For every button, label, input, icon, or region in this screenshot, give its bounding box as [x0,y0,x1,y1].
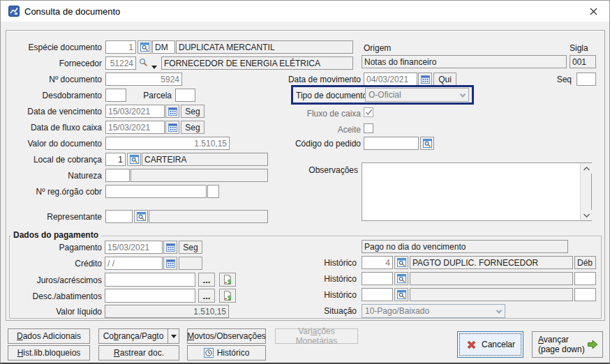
valor-documento-input[interactable]: 1.510,15 [105,137,230,150]
historico1-code-input[interactable]: 4 [362,256,393,269]
data-fluxo-calendar-button[interactable] [165,121,179,134]
data-fluxo-label: Data de fluxo caixa [6,123,102,132]
desdobramento-label: Desdobramento [6,91,102,100]
valor-liquido-field: 1.510,15 [105,305,229,318]
codigo-pedido-lookup-button[interactable] [420,137,434,150]
fornecedor-label: Fornecedor [6,59,102,68]
natureza-code-input[interactable] [105,169,130,182]
aceite-label: Aceite [276,125,361,135]
historico1-lookup-button[interactable] [394,256,408,269]
fornecedor-dropdown-icon[interactable] [151,66,157,69]
parcela-input[interactable] [175,89,195,102]
close-button[interactable] [577,1,609,22]
calendar-icon [168,107,177,116]
advance-arrow-icon [587,340,598,349]
representante-code-input[interactable] [105,210,133,223]
reg-orgao-input[interactable] [105,185,207,198]
fluxo-caixa-checkbox [364,107,373,117]
descontos-input[interactable] [105,289,195,303]
fornecedor-code-input[interactable]: 51224 [105,56,136,70]
tipo-documento-select[interactable]: O-Oficial [365,88,469,102]
especie-label: Espécie documento [6,43,102,52]
calendar-icon [168,123,177,132]
titlebar: Consulta de documento [1,1,609,22]
search-icon [130,155,139,164]
historico-button[interactable]: Histórico [187,345,266,361]
descontos-ellipsis-button[interactable]: ... [198,289,215,303]
search-icon [423,139,432,148]
historico2-lookup-button[interactable] [394,272,408,285]
scroll-up-icon[interactable] [581,163,592,174]
historico3-code-input[interactable] [362,288,393,301]
credito-input[interactable]: / / [105,257,163,270]
data-fluxo-input[interactable]: 15/03/2021 [105,121,165,134]
data-vencimento-calendar-button[interactable] [165,105,179,118]
origem-field: Notas do financeiro [362,55,567,68]
juros-ellipsis-button[interactable]: ... [198,273,215,287]
local-cobranca-desc-field: CARTEIRA [142,153,268,166]
especie-lookup-button[interactable] [137,40,151,54]
situacao-select[interactable]: 10-Pago/Baixado [362,304,505,318]
data-movimento-calendar-button[interactable] [418,73,432,86]
pagamento-calendar-button[interactable] [163,241,177,254]
credito-weekday [179,257,202,270]
cancelar-button[interactable]: Cancelar [457,331,523,358]
desdobramento-input[interactable] [105,89,126,102]
avancar-button[interactable]: Avançar (page down) [532,331,603,358]
money-document-icon: $ [223,275,233,285]
data-movimento-label: Data de movimento [276,75,361,84]
calendar-icon [421,75,430,84]
num-documento-label: Nº documento [6,75,102,84]
check-icon [365,109,373,116]
local-cobranca-code-input[interactable]: 1 [105,153,126,166]
movtos-observacoes-button[interactable]: Movtos/Observações [187,328,266,344]
observacoes-textarea[interactable] [362,162,592,221]
rastrear-doc-button[interactable]: Rastrear doc. [98,345,179,361]
juros-money-button[interactable]: $ [219,273,236,287]
fluxo-caixa-label: Fluxo de caixa [276,109,361,119]
data-movimento-input[interactable]: 04/03/2021 [364,73,417,86]
sigla-field: 001 [570,55,596,68]
seq-input[interactable] [576,73,596,86]
clock-icon [204,348,214,358]
parcela-label: Parcela [130,91,172,100]
seq-label: Seq [538,75,572,84]
search-icon [140,43,149,52]
search-icon [397,290,406,299]
dados-adicionais-button[interactable]: Dados Adicionais [8,328,90,344]
window-title: Consulta de documento [24,6,120,17]
local-cobranca-lookup-button[interactable] [127,153,141,166]
historico2-tipo-field [574,272,596,285]
pagamento-input[interactable]: 15/03/2021 [105,241,163,254]
descontos-label: Desc./abatimentos [6,291,102,301]
fornecedor-lookup-button[interactable] [138,57,149,70]
chevron-down-icon [460,91,466,97]
num-documento-input[interactable]: 5924 [105,73,182,86]
observacoes-scrollbar[interactable] [580,163,591,220]
data-vencimento-input[interactable]: 15/03/2021 [105,105,165,118]
dialog-consulta-documento: Consulta de documento Espécie documento … [0,0,610,364]
natureza-desc-field [131,169,268,182]
dados-pagamento-group-label: Dados do pagamento [10,230,101,240]
credito-calendar-button[interactable] [163,257,177,270]
aceite-checkbox[interactable] [364,123,373,133]
descontos-money-button[interactable]: $ [219,289,236,303]
especie-sigla-field[interactable]: DM [152,40,175,54]
cobranca-pagto-button[interactable]: Cobrança/Pagto [98,328,179,344]
data-movimento-weekday: Qui [433,73,456,86]
cobranca-dropdown-icon[interactable] [168,329,179,343]
reg-orgao-input2[interactable] [207,185,219,198]
scroll-down-icon[interactable] [581,210,592,220]
historico2-code-input[interactable] [362,272,393,285]
hist-lib-bloqueios-button[interactable]: Hist.lib.bloqueios [8,345,90,361]
juros-input[interactable] [105,273,195,287]
pagamento-weekday: Seg [179,241,202,254]
historico3-lookup-button[interactable] [394,288,408,301]
codigo-pedido-input[interactable] [364,137,419,150]
natureza-label: Natureza [6,171,102,181]
representante-lookup-button[interactable] [134,210,148,223]
especie-desc-field: DUPLICATA MERCANTIL [176,40,353,54]
search-icon [397,274,406,283]
search-icon [138,57,149,68]
especie-code-input[interactable]: 1 [105,40,136,54]
